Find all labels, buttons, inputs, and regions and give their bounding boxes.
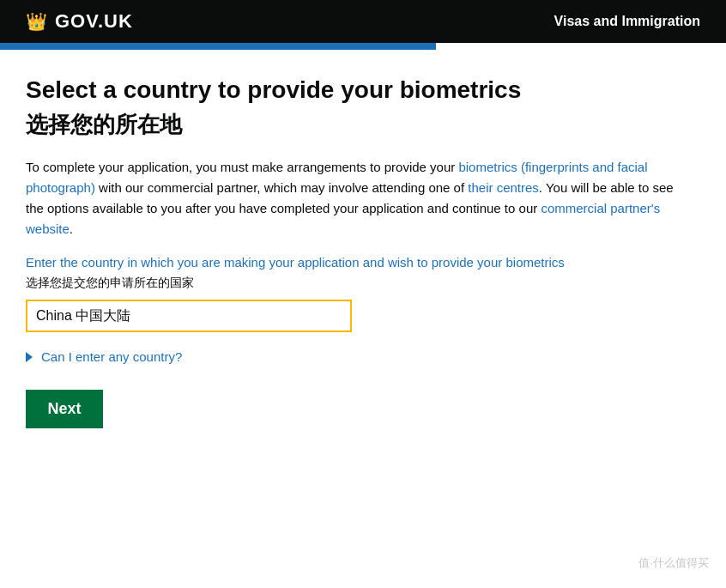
crown-icon: 👑 [26, 11, 48, 32]
service-name: Visas and Immigration [554, 14, 700, 29]
faq-label: Can I enter any country? [41, 349, 182, 364]
instruction-label-chinese: 选择您提交您的申请所在的国家 [26, 276, 678, 291]
chevron-right-icon [26, 352, 33, 362]
their-centres-link[interactable]: their centres [468, 180, 539, 195]
gov-logo: 👑 GOV.UK [26, 10, 133, 33]
biometrics-link[interactable]: biometrics (fingerprints and facial phot… [26, 160, 648, 195]
main-content: Select a country to provide your biometr… [0, 50, 704, 463]
page-title-chinese: 选择您的所在地 [26, 110, 678, 140]
header: 👑 GOV.UK Visas and Immigration [0, 0, 726, 43]
faq-toggle[interactable]: Can I enter any country? [26, 349, 678, 364]
page-title-english: Select a country to provide your biometr… [26, 76, 678, 105]
description-paragraph: To complete your application, you must m… [26, 157, 678, 239]
next-button[interactable]: Next [26, 390, 103, 428]
gov-logo-text: GOV.UK [55, 10, 133, 33]
instruction-label-english: Enter the country in which you are makin… [26, 253, 678, 273]
progress-bar [0, 43, 436, 50]
commercial-partner-link[interactable]: commercial partner's website [26, 201, 660, 236]
country-input[interactable] [26, 300, 352, 332]
